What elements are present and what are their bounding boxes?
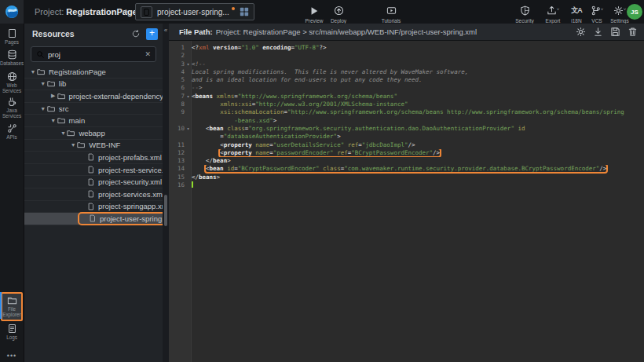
sidebar-item-pages[interactable]: Pages [0,28,24,45]
add-resource-button[interactable]: + [146,28,158,40]
code-line-3[interactable]: 3▾<!-- [169,60,644,68]
code-line-wrap[interactable]: -beans.xsd"> [169,117,644,125]
tree-file-project-rest-service.xml[interactable]: project-rest-service.xml [24,164,163,177]
wavemaker-logo[interactable] [0,0,24,24]
sidebar-item-logs[interactable]: Logs [0,324,24,340]
download-icon[interactable] [593,27,603,37]
sidebar-item-web-services[interactable]: Web Services [0,71,24,93]
tree-file-project-user-spring.xml[interactable]: project-user-spring.xml [24,213,163,225]
code-line-6[interactable]: 6--> [169,84,644,92]
search-icon [36,50,45,59]
tree-label: src [59,104,69,113]
project-breadcrumb: Project: RegistrationPage [35,7,137,16]
collapse-panel-icon[interactable]: « [163,27,169,34]
tree-folder-src[interactable]: ▼src [24,103,163,115]
tutorials-button[interactable]: Tutorials [378,3,404,24]
chevron-down-icon: ˅ [601,7,604,12]
file-icon [89,214,97,222]
code-line-16[interactable]: 16 [169,181,644,189]
folder-icon [47,104,56,113]
tree-label: main [69,116,86,125]
folder-icon [67,129,75,137]
caret-right-icon[interactable]: ▶ [49,93,57,99]
tree-folder-lib[interactable]: ▼lib [24,79,163,91]
code-line-7[interactable]: 7▾<beans xmlns="http://www.springframewo… [169,93,644,101]
code-line-14[interactable]: 14 <bean id="BCryptPasswordEncoder" clas… [169,165,644,173]
folder-icon [77,141,86,149]
search-input[interactable] [48,50,141,59]
tree-folder-project-external-dependency-jars[interactable]: ▶project-external-dependency-jars [24,90,163,103]
folder-icon [57,116,66,125]
tree-label: project-springapp.xml [98,202,163,210]
page-icon [7,28,17,38]
code-line-9[interactable]: 9 xsi:schemaLocation="http://www.springf… [169,108,644,116]
wavemaker-ide: Project: RegistrationPage › project-user… [0,0,644,362]
tree-label: project-services.xml [98,190,163,199]
sidebar-item-databases[interactable]: Databases [0,49,24,66]
fold-caret-icon[interactable]: ▾ [185,60,192,68]
caret-down-icon[interactable]: ▼ [39,106,47,112]
fold-caret-icon[interactable]: ▾ [185,125,192,133]
branch-icon [591,5,601,16]
code-line-15[interactable]: 15</beans> [169,174,644,181]
caret-down-icon[interactable]: ▼ [59,130,67,136]
code-area[interactable]: 1<?xml version="1.0" encoding="UTF-8"?>2… [169,41,644,362]
code-line-2[interactable]: 2 [169,52,644,60]
filepath-label: File Path: [179,27,213,36]
log-icon [7,324,17,334]
grid-icon[interactable] [240,7,249,16]
tree-label: project-prefabs.xml [98,153,162,162]
globe-icon [7,71,17,82]
panel-splitter[interactable]: « [163,24,169,362]
folder-icon [57,92,66,101]
refresh-icon[interactable] [131,29,141,38]
user-avatar[interactable]: JS [627,4,642,20]
panel-scrollbar[interactable] [164,195,167,226]
code-line-4[interactable]: 4Local spring modifications. This file i… [169,68,644,76]
caret-down-icon[interactable]: ▼ [49,118,57,123]
security-button[interactable]: Security [511,3,538,24]
tree-file-project-prefabs.xml[interactable]: project-prefabs.xml [24,152,163,164]
file-icon [87,178,95,186]
wavemaker-logo-icon [5,5,19,19]
annotation-highlight: project-user-spring.xml [79,214,163,224]
preview-button[interactable]: Preview [301,3,327,24]
code-line-11[interactable]: 11 <property name="userDetailsService" r… [169,141,644,149]
modified-dot [232,7,235,10]
export-button[interactable]: ˅Export [540,3,566,24]
tree-folder-webapp[interactable]: ▼webapp [24,127,163,140]
sidebar-item-file-explorer[interactable]: File Explorer [1,292,23,321]
sidebar-item-java-services[interactable]: Java Services [0,97,24,119]
tree-file-project-services.xml[interactable]: project-services.xml [24,188,163,201]
clear-search-icon[interactable]: ✕ [145,50,151,58]
sidebar-more-button[interactable]: ••• [0,352,24,360]
trash-icon[interactable] [628,27,638,37]
code-line-10[interactable]: 10▾ <bean class="org.springframework.sec… [169,125,644,133]
caret-down-icon[interactable]: ▼ [39,81,47,86]
chevron-right-icon[interactable]: › [125,5,128,16]
caret-down-icon[interactable]: ▼ [29,69,37,75]
folder-icon [7,295,17,305]
code-line-5[interactable]: 5and is an ideal location for end-users … [169,76,644,84]
deploy-button[interactable]: Deploy [325,3,352,24]
sidebar-item-apis[interactable]: APIs [0,123,24,140]
tree-folder-main[interactable]: ▼main [24,115,163,127]
resources-title: Resources [32,29,131,38]
code-line-12[interactable]: 12 <property name="passwordEncoder" ref=… [169,149,644,157]
caret-down-icon[interactable]: ▼ [69,142,77,148]
tree-folder-WEB-INF[interactable]: ▼WEB-INF [24,140,163,152]
gear-icon[interactable] [576,27,586,37]
database-icon [7,49,17,60]
tree-folder-RegistrationPage[interactable]: ▼RegistrationPage [24,66,163,79]
fold-caret-icon[interactable]: ▾ [185,93,192,101]
code-line-8[interactable]: 8 xmlns:xsi="http://www.w3.org/2001/XMLS… [169,101,644,108]
tree-file-project-security.xml[interactable]: project-security.xml [24,176,163,188]
save-icon[interactable] [610,27,620,37]
code-line-13[interactable]: 13 </bean> [169,157,644,165]
tree-file-project-springapp.xml[interactable]: project-springapp.xml [24,201,163,214]
code-line-1[interactable]: 1<?xml version="1.0" encoding="UTF-8"?> [169,44,644,52]
active-indicator [0,292,2,319]
chevron-down-icon: ˅ [624,7,627,12]
tab-project-user-spring[interactable]: project-user-spring... [135,3,254,20]
code-line-wrap[interactable]: ="databaseAuthenticationProvider"> [169,133,644,141]
